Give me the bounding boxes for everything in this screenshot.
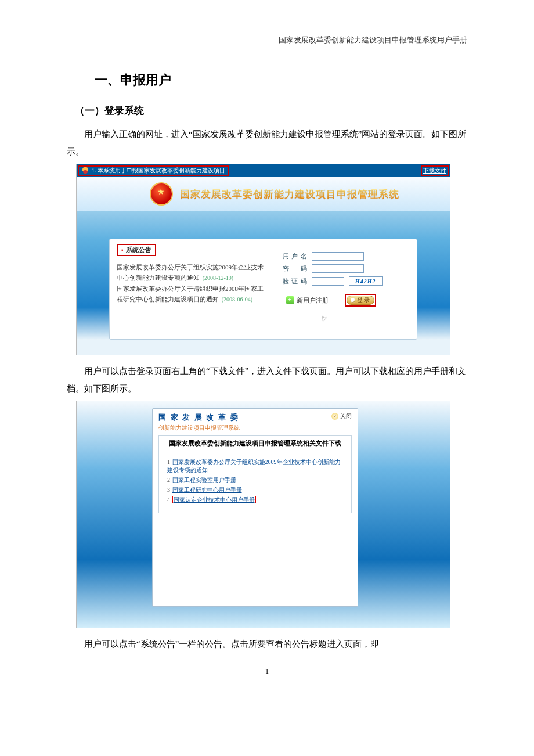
top-bar-text: 1. 本系统用于申报国家发展改革委创新能力建设项目 [92,167,225,175]
download-link[interactable]: 国家工程实验室用户手册 [172,477,236,483]
download-link[interactable]: 国家发展改革委办公厅关于组织实施2009年企业技术中心创新能力建设专项的通知 [167,459,341,473]
notice-date: (2008-06-04) [222,296,252,303]
close-label: 关闭 [340,412,352,420]
register-label: 新用户注册 [297,296,329,305]
login-button-highlight: 登 录 [345,294,376,307]
download-list: 1 国家发展改革委办公厅关于组织实施2009年企业技术中心创新能力建设专项的通知… [159,451,351,513]
download-body: 国家发展改革委创新能力建设项目申报管理系统相关文件下载 1 国家发展改革委办公厅… [158,435,352,513]
running-header: 国家发展改革委创新能力建设项目申报管理系统用户手册 [67,35,467,48]
username-input[interactable] [312,252,364,261]
paragraph-2: 用户可以点击登录页面右上角的“下载文件”，进入文件下载页面。用户可以下载相应的用… [67,362,467,397]
download-link-highlight: 下载文件 [421,165,449,176]
download-list-title: 国家发展改革委创新能力建设项目申报管理系统相关文件下载 [159,436,351,451]
system-banner: 国家发展改革委创新能力建设项目申报管理系统 [77,177,450,211]
close-button[interactable]: × 关闭 [331,412,352,420]
register-link[interactable]: 新用户注册 [286,296,329,305]
notice-item[interactable]: 国家发展改革委办公厅关于组织实施2009年企业技术中心创新能力建设专项的通知 (… [117,262,266,283]
top-bar: 1. 本系统用于申报国家发展改革委创新能力建设项目 下载文件 [77,164,450,177]
notice-panel-title: 系统公告 [117,244,156,256]
top-bar-left-highlight: 1. 本系统用于申报国家发展改革委创新能力建设项目 [78,165,229,176]
download-item: 1 国家发展改革委办公厅关于组织实施2009年企业技术中心创新能力建设专项的通知 [167,458,343,474]
download-link[interactable]: 国家工程研究中心用户手册 [172,487,242,493]
page-number: 1 [67,667,467,676]
download-item: 2 国家工程实验室用户手册 [167,476,343,484]
org-title: 国 家 发 展 改 革 委 [158,412,240,423]
cursor-icon [320,315,327,322]
item-number: 1 [167,459,170,465]
notice-date: (2008-12-19) [203,275,233,281]
paragraph-1: 用户输入正确的网址，进入“国家发展改革委创新能力建设申报管理系统”网站的登录页面… [67,125,467,160]
login-panel: 系统公告 国家发展改革委办公厅关于组织实施2009年企业技术中心创新能力建设专项… [109,239,417,340]
password-label: 密 码 [283,264,307,273]
captcha-image[interactable]: H42H2 [349,276,383,286]
download-files-link[interactable]: 下载文件 [423,167,446,175]
captcha-input[interactable] [312,277,344,286]
login-button[interactable]: 登 录 [347,296,374,305]
system-subtitle: 创新能力建设项目申报管理系统 [158,424,240,432]
item-number: 4 [167,496,170,503]
item-number: 3 [167,487,170,493]
login-page-screenshot: 1. 本系统用于申报国家发展改革委创新能力建设项目 下载文件 国家发展改革委创新… [76,164,450,355]
download-link[interactable]: 国家认定企业技术中心用户手册 [172,496,256,503]
user-icon [81,167,89,174]
item-number: 2 [167,477,170,483]
notice-list: 国家发展改革委办公厅关于组织实施2009年企业技术中心创新能力建设专项的通知 (… [117,262,266,305]
notice-item[interactable]: 国家发展改革委办公厅关于请组织申报2008年国家工程研究中心创新能力建设项目的通… [117,283,266,305]
download-page-screenshot: 国 家 发 展 改 革 委 创新能力建设项目申报管理系统 × 关闭 国家发展改革… [76,401,450,628]
section-title: 一、申报用户 [95,71,467,89]
dialog-header-left: 国 家 发 展 改 革 委 创新能力建设项目申报管理系统 [158,412,240,432]
download-item-highlight: 4 国家认定企业技术中心用户手册 [167,496,343,504]
paragraph-3: 用户可以点击“系统公告”一栏的公告。点击所要查看的公告标题进入页面，即 [67,635,467,653]
notice-text: 国家发展改革委办公厅关于组织实施2009年企业技术中心创新能力建设专项的通知 [117,264,264,281]
login-form: 用户名 密 码 验证码 H42H2 新用户注册 [272,244,410,332]
download-item: 3 国家工程研究中心用户手册 [167,486,343,494]
close-icon: × [331,413,338,420]
subsection-title: （一）登录系统 [75,104,467,117]
national-emblem-icon [151,183,172,204]
download-dialog: 国 家 发 展 改 革 委 创新能力建设项目申报管理系统 × 关闭 国家发展改革… [152,408,358,607]
login-button-label: 登 录 [357,296,370,304]
captcha-label: 验证码 [283,277,307,286]
system-title: 国家发展改革委创新能力建设项目申报管理系统 [180,188,399,201]
password-input[interactable] [312,264,364,273]
register-icon [286,296,294,304]
username-label: 用户名 [283,252,307,261]
